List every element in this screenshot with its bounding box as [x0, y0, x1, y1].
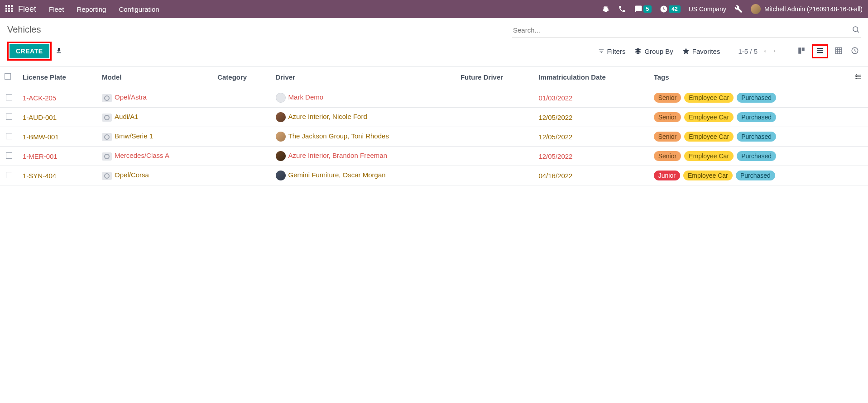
search-icon[interactable] — [852, 25, 860, 35]
col-category[interactable]: Category — [213, 66, 271, 88]
filters-label: Filters — [607, 47, 626, 55]
date-text: 12/05/2022 — [538, 152, 572, 160]
model-link[interactable]: Bmw/Serie 1 — [115, 132, 153, 140]
col-driver[interactable]: Driver — [271, 66, 456, 88]
app-brand[interactable]: Fleet — [18, 5, 36, 14]
driver-avatar — [276, 151, 286, 161]
svg-rect-2 — [798, 47, 801, 54]
select-all-checkbox[interactable] — [5, 73, 11, 80]
table-row[interactable]: 1-ACK-205 Opel/Astra Mark Demo 01/03/202… — [0, 88, 868, 108]
bug-icon[interactable] — [602, 5, 610, 13]
favorites-label: Favorites — [692, 47, 720, 55]
row-checkbox[interactable] — [6, 133, 12, 139]
license-plate-link[interactable]: 1-MER-001 — [23, 152, 58, 160]
driver-avatar — [276, 93, 286, 103]
company-switcher[interactable]: US Company — [689, 5, 726, 13]
row-checkbox[interactable] — [6, 94, 12, 100]
pager-next-icon[interactable] — [772, 47, 777, 55]
tag-employee-car[interactable]: Employee Car — [684, 112, 734, 122]
highlight-list-view — [812, 44, 828, 58]
tools-icon[interactable] — [734, 5, 743, 13]
pivot-view-icon[interactable] — [833, 45, 844, 58]
driver-link[interactable]: Azure Interior, Brandon Freeman — [288, 152, 387, 159]
apps-icon[interactable] — [5, 5, 14, 13]
kanban-view-icon[interactable] — [796, 45, 807, 58]
messaging-icon[interactable]: 5 — [634, 5, 652, 13]
tag-junior[interactable]: Junior — [654, 171, 680, 180]
svg-rect-7 — [835, 47, 842, 54]
camera-icon — [102, 94, 112, 102]
svg-rect-4 — [817, 48, 823, 49]
table-row[interactable]: 1-MER-001 Mercedes/Class A Azure Interio… — [0, 147, 868, 166]
license-plate-link[interactable]: 1-BMW-001 — [23, 133, 59, 141]
user-name: Mitchell Admin (21609148-16-0-all) — [764, 5, 863, 13]
layers-icon — [634, 47, 642, 55]
groupby-button[interactable]: Group By — [634, 47, 673, 55]
driver-link[interactable]: Azure Interior, Nicole Ford — [288, 113, 367, 120]
table-row[interactable]: 1-SYN-404 Opel/Corsa Gemini Furniture, O… — [0, 166, 868, 185]
tag-employee-car[interactable]: Employee Car — [683, 171, 733, 180]
model-link[interactable]: Mercedes/Class A — [115, 152, 169, 159]
date-text: 12/05/2022 — [538, 114, 572, 121]
table-row[interactable]: 1-BMW-001 Bmw/Serie 1 The Jackson Group,… — [0, 127, 868, 147]
tag-purchased[interactable]: Purchased — [737, 132, 776, 142]
license-plate-link[interactable]: 1-ACK-205 — [23, 94, 56, 102]
tag-senior[interactable]: Senior — [654, 112, 681, 122]
user-menu[interactable]: Mitchell Admin (21609148-16-0-all) — [751, 4, 863, 14]
pager-prev-icon[interactable] — [762, 47, 767, 55]
svg-point-13 — [856, 74, 857, 75]
funnel-icon — [598, 48, 604, 54]
filters-button[interactable]: Filters — [598, 47, 626, 55]
col-future-driver[interactable]: Future Driver — [456, 66, 534, 88]
menu-configuration[interactable]: Configuration — [119, 5, 159, 13]
row-checkbox[interactable] — [6, 172, 12, 178]
row-checkbox[interactable] — [6, 152, 12, 159]
tag-purchased[interactable]: Purchased — [737, 93, 776, 103]
col-immatriculation[interactable]: Immatriculation Date — [534, 66, 649, 88]
tag-employee-car[interactable]: Employee Car — [684, 132, 734, 142]
row-checkbox[interactable] — [6, 114, 12, 120]
breadcrumb: Vehicles — [7, 23, 41, 37]
model-link[interactable]: Audi/A1 — [115, 113, 139, 120]
svg-point-15 — [856, 78, 857, 79]
driver-link[interactable]: Mark Demo — [288, 93, 324, 101]
driver-link[interactable]: Gemini Furniture, Oscar Morgan — [288, 171, 386, 179]
svg-point-14 — [856, 76, 857, 77]
create-button[interactable]: CREATE — [10, 44, 49, 58]
tag-purchased[interactable]: Purchased — [737, 151, 776, 161]
favorites-button[interactable]: Favorites — [682, 47, 720, 55]
highlight-create: CREATE — [7, 42, 52, 61]
activities-icon[interactable]: 42 — [660, 5, 680, 13]
table-row[interactable]: 1-AUD-001 Audi/A1 Azure Interior, Nicole… — [0, 108, 868, 127]
driver-link[interactable]: The Jackson Group, Toni Rhodes — [288, 132, 389, 140]
phone-icon[interactable] — [618, 5, 626, 13]
tag-purchased[interactable]: Purchased — [737, 112, 776, 122]
menu-fleet[interactable]: Fleet — [49, 5, 64, 13]
camera-icon — [102, 133, 112, 141]
col-model[interactable]: Model — [97, 66, 213, 88]
model-link[interactable]: Opel/Corsa — [115, 171, 149, 179]
tag-senior[interactable]: Senior — [654, 151, 681, 161]
download-icon[interactable] — [55, 47, 62, 56]
activity-view-icon[interactable] — [849, 45, 861, 58]
menu-reporting[interactable]: Reporting — [77, 5, 106, 13]
pager-text[interactable]: 1-5 / 5 — [738, 47, 758, 55]
star-icon — [682, 47, 690, 55]
date-text: 01/03/2022 — [538, 94, 572, 102]
tag-purchased[interactable]: Purchased — [736, 171, 775, 180]
tag-senior[interactable]: Senior — [654, 132, 681, 142]
col-license-plate[interactable]: License Plate — [18, 66, 97, 88]
search-input[interactable] — [513, 26, 852, 34]
col-tags[interactable]: Tags — [649, 66, 850, 88]
license-plate-link[interactable]: 1-AUD-001 — [23, 114, 57, 121]
search-box[interactable] — [512, 23, 861, 38]
license-plate-link[interactable]: 1-SYN-404 — [23, 172, 56, 180]
model-link[interactable]: Opel/Astra — [115, 93, 147, 101]
optional-columns-icon[interactable] — [854, 74, 862, 81]
date-text: 12/05/2022 — [538, 133, 572, 141]
list-view-icon[interactable] — [814, 47, 826, 58]
tag-senior[interactable]: Senior — [654, 93, 681, 103]
tag-employee-car[interactable]: Employee Car — [684, 151, 734, 161]
tag-employee-car[interactable]: Employee Car — [684, 93, 734, 103]
table-header-row: License Plate Model Category Driver Futu… — [0, 66, 868, 88]
